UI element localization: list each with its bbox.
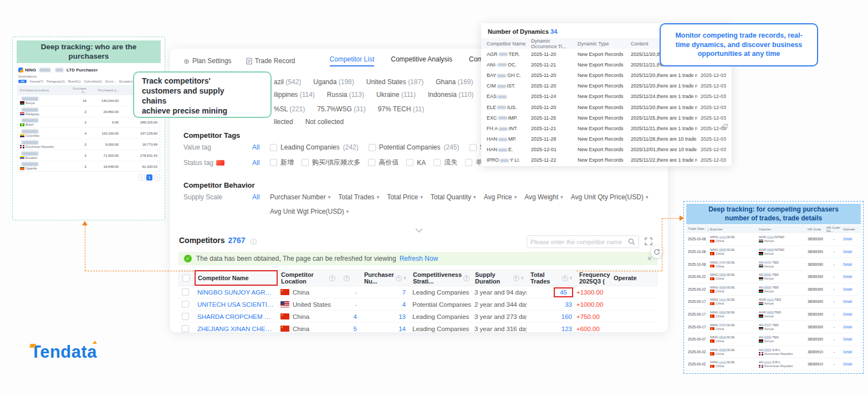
competitor-name-link[interactable]: ZHEJIANG XINAN CHEMICAL bbox=[197, 326, 274, 332]
trade-row[interactable]: 2025-09-02 NINGSCIE.China AGS.R.LDominic… bbox=[686, 358, 861, 371]
destination-filter[interactable]: Domi... bbox=[105, 80, 116, 83]
competitor-row[interactable]: SHARDA CROPCHEM LIMITED China 4 13 Leadi… bbox=[178, 311, 657, 323]
status-tag-option[interactable]: 流失 bbox=[433, 158, 457, 167]
detail-link[interactable]: Detail bbox=[843, 237, 852, 241]
collapse-panel-button[interactable] bbox=[415, 225, 423, 235]
checkbox[interactable] bbox=[369, 144, 376, 151]
country-filter-chip[interactable]: Ghana (169) bbox=[436, 78, 473, 86]
competitor-name-link[interactable]: SHARDA CROPCHEM LIMITED bbox=[197, 313, 274, 320]
behavior-dropdown-total-quantity[interactable]: Total Quantity▾ bbox=[431, 193, 476, 201]
competitor-row[interactable]: UNITECH USA SCIENTIFIC SOLUTIONS United … bbox=[178, 298, 657, 311]
trade-row[interactable]: 2025-09-02 NINGSCIE.China AGS.R.LDominic… bbox=[686, 346, 861, 359]
detail-link[interactable]: Detail bbox=[843, 300, 852, 303]
checkbox[interactable] bbox=[270, 159, 277, 166]
destination-filter[interactable]: All bbox=[18, 80, 27, 83]
checkbox[interactable] bbox=[302, 159, 309, 166]
dynamics-row[interactable]: IPROY LI. 2025-11-22 New Export Records … bbox=[481, 155, 732, 166]
dynamics-row[interactable]: ELEIUS. 2025-11-20 New Export Records 20… bbox=[481, 102, 732, 112]
country-filter-chip[interactable]: Ukraine (111) bbox=[376, 91, 416, 99]
page-number[interactable]: 1 bbox=[146, 174, 152, 181]
column-competitor-location[interactable]: Competitor Locationi bbox=[278, 270, 339, 286]
supply-scale-all[interactable]: All bbox=[252, 193, 270, 201]
detail-link[interactable]: Detail bbox=[843, 287, 852, 291]
plan-settings-button[interactable]: ⊕ Plan Settings bbox=[183, 57, 232, 65]
behavior-dropdown-avg-weight[interactable]: Avg Weight▾ bbox=[524, 193, 563, 201]
sort-icon[interactable]: ▲▼ bbox=[521, 276, 524, 280]
trade-row[interactable]: 2025-10-08 NINGSCIE.China AGTEDKenya 380… bbox=[686, 258, 861, 271]
trade-row[interactable]: 2025-09-07 NINGSCIE.China AGTEDKenya 380… bbox=[686, 333, 861, 346]
value-tag-option[interactable]: Leading Companies(242) bbox=[270, 143, 359, 151]
competitor-search-box[interactable] bbox=[527, 235, 639, 248]
row-checkbox[interactable] bbox=[182, 301, 189, 308]
dynamics-row[interactable]: BAYGH C. 2025-11-20 New Export Records 2… bbox=[481, 70, 732, 80]
trade-row[interactable]: 2025-09-17 NINGSCIE.China AGRTEDKenya 38… bbox=[686, 308, 861, 321]
collected-filter-option[interactable]: Not collected bbox=[305, 118, 344, 126]
trade-row[interactable]: 2025-09-22 NINGSCIE.China AGTEDKenya 380… bbox=[686, 283, 861, 296]
competitor-row[interactable]: ZHEJIANG XINAN CHEMICAL China 5 14 Leadi… bbox=[178, 323, 657, 332]
destination-filter[interactable]: Paraguay(1) bbox=[47, 80, 65, 83]
behavior-dropdown-total-price[interactable]: Total Price▾ bbox=[387, 193, 423, 201]
checkbox[interactable] bbox=[465, 159, 472, 166]
collected-filter-option[interactable]: llected bbox=[274, 118, 293, 126]
tab-competitive-analysis[interactable]: Competitive Analysis bbox=[391, 55, 452, 66]
country-filter-chip[interactable]: Indonesia (110) bbox=[428, 91, 474, 99]
dynamics-row[interactable]: EAS 2025-11-24 New Export Records 2025/1… bbox=[481, 91, 732, 102]
row-checkbox[interactable] bbox=[182, 325, 189, 332]
checkbox[interactable] bbox=[368, 159, 375, 166]
detail-link[interactable]: Detail bbox=[843, 275, 852, 279]
value-tag-option[interactable]: Potential Companies(245) bbox=[369, 143, 459, 151]
sort-icon[interactable]: ▲▼ bbox=[707, 229, 709, 231]
detail-link[interactable]: Detail bbox=[843, 350, 852, 354]
competitor-row[interactable]: NINGBO SUNJOY AGROSCIENCE CO L... China … bbox=[178, 286, 657, 298]
checkbox[interactable] bbox=[469, 144, 477, 151]
dynamics-row[interactable]: EXCIMP. 2025-11-25 New Export Records 20… bbox=[481, 112, 732, 123]
dynamics-row[interactable]: FH AINT. 2025-11-21 New Export Records 2… bbox=[481, 123, 732, 133]
next-page-button[interactable]: › bbox=[154, 174, 160, 181]
country-filter-chip[interactable]: United States (187) bbox=[366, 78, 423, 86]
column-purchaser-number[interactable]: Purchaser Nu...i▲▼ bbox=[361, 270, 410, 286]
destination-filter[interactable]: Brazil(1) bbox=[68, 80, 80, 83]
dynamics-refresh-button[interactable] bbox=[722, 122, 728, 132]
keyword-filter-chip[interactable]: 97% TECH (11) bbox=[378, 105, 425, 113]
detail-link[interactable]: Detail bbox=[843, 325, 852, 329]
detail-link[interactable]: Detail bbox=[843, 362, 852, 366]
value-tag-all[interactable]: All bbox=[252, 143, 270, 151]
trade-row[interactable]: 2025-10-08 NINGSCIE.China AGRNITEDKenya … bbox=[686, 233, 861, 246]
status-tag-all[interactable]: All bbox=[252, 159, 270, 167]
competitor-name-link[interactable]: NINGBO SUNJOY AGROSCIENCE CO L... bbox=[197, 289, 274, 296]
status-tag-option[interactable]: 新增 bbox=[270, 158, 294, 167]
trade-row[interactable]: 2025-09-22 NINGSCIE.China AGTEDKenya 380… bbox=[686, 271, 861, 283]
fullscreen-button[interactable] bbox=[645, 238, 652, 248]
behavior-dropdown-avg-unit-qty-price-usd[interactable]: Avg Unit Qty Price(USD)▾ bbox=[571, 193, 649, 201]
row-checkbox[interactable] bbox=[182, 288, 189, 296]
select-all-checkbox[interactable] bbox=[182, 275, 190, 282]
status-tag-option[interactable]: KA bbox=[406, 158, 426, 167]
dynamics-row[interactable]: HANMP. 2025-11-28 New Export Records 202… bbox=[481, 134, 732, 145]
checkbox[interactable] bbox=[270, 144, 277, 151]
trade-row[interactable]: 2025-09-17 NINGSCIE.China AGTEDKenya 380… bbox=[686, 321, 861, 333]
status-tag-option[interactable]: 高价值 bbox=[368, 158, 399, 167]
search-icon[interactable] bbox=[628, 238, 635, 245]
behavior-dropdown-avg-unit-wgt-price-usd[interactable]: Avg Unit Wgt Price(USD)▾ bbox=[270, 208, 349, 215]
column-supply-duration[interactable]: Supply Durationi▲▼ bbox=[472, 270, 527, 286]
checkbox[interactable] bbox=[433, 159, 441, 166]
tab-competitor-list[interactable]: Competitor List bbox=[330, 55, 375, 66]
country-filter-chip[interactable]: ilippines (114) bbox=[274, 91, 315, 99]
trade-row[interactable]: 2025-09-17 NINGSCIE.China AGRTEDKenya 38… bbox=[686, 296, 861, 308]
country-filter-chip[interactable]: Uganda (198) bbox=[313, 78, 354, 86]
detail-link[interactable]: Detail bbox=[843, 337, 852, 341]
prev-page-button[interactable]: ‹ bbox=[139, 174, 145, 181]
competitor-search-input[interactable] bbox=[530, 239, 628, 245]
column-competitor-name[interactable]: Competitor Name bbox=[195, 270, 278, 286]
keyword-filter-chip[interactable]: 75.7%WSG (31) bbox=[317, 105, 365, 113]
destination-filter[interactable]: Kenya(7) bbox=[30, 80, 43, 83]
trade-row[interactable]: 2025-10-08 NINGSCIE.China AGRNITEDKenya … bbox=[686, 246, 861, 259]
behavior-dropdown-avg-price[interactable]: Avg Price▾ bbox=[484, 193, 517, 201]
dynamics-row[interactable]: HANE. 2025-12-01 New Export Records 2025… bbox=[481, 145, 732, 155]
country-filter-chip[interactable]: azil (542) bbox=[274, 78, 301, 86]
destination-filter[interactable]: Colombia(1) bbox=[84, 80, 102, 83]
status-tag-option[interactable]: 购买/供应频次多 bbox=[302, 158, 360, 167]
column-competitiveness[interactable]: Competitiveness Strati...i bbox=[410, 270, 472, 286]
column-frequency[interactable]: Frequency 2025Q3 ( bbox=[576, 270, 610, 286]
country-filter-chip[interactable]: Russia (113) bbox=[327, 91, 364, 99]
